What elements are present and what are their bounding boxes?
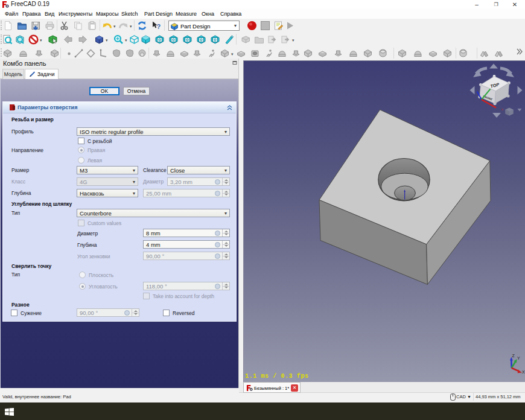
svg-text:X: X <box>522 370 525 374</box>
svg-text:?: ? <box>157 23 161 30</box>
svg-text:Y: Y <box>517 356 520 360</box>
svg-text:x: x <box>501 107 503 111</box>
svg-text:Z: Z <box>512 354 515 358</box>
